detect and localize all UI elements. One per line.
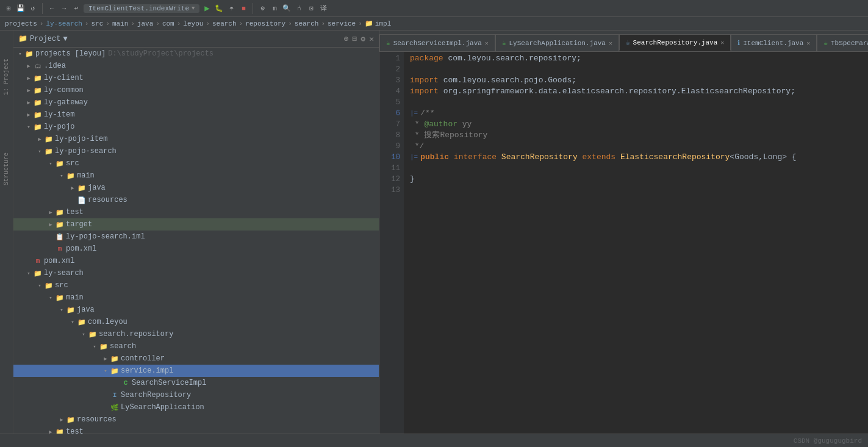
breadcrumb-src[interactable]: src (91, 20, 103, 27)
forward-icon[interactable]: → (59, 4, 69, 13)
panel-dropdown[interactable]: ▼ (63, 35, 67, 43)
ly-pojo-item-icon: 📁 (44, 134, 54, 144)
maven-icon[interactable]: m (270, 4, 279, 13)
code-editor[interactable]: package com.leyou.search.repository; imp… (404, 52, 868, 434)
tree-ly-pojo-item[interactable]: ▶ 📁 ly-pojo-item (13, 133, 379, 145)
tree-test2[interactable]: ▶ 📁 test (13, 426, 379, 434)
tree-ly-pojo[interactable]: ▾ 📁 ly-pojo (13, 121, 379, 133)
run-config-dropdown[interactable]: ▼ (192, 5, 195, 12)
tree-src1[interactable]: ▾ 📁 src (13, 157, 379, 170)
tab-close-sr[interactable]: ✕ (720, 39, 724, 46)
run-config[interactable]: ItemClientTest.indexWrite ▼ (84, 4, 199, 13)
tree-java1[interactable]: ▶ 📁 java (13, 182, 379, 194)
tree-search2[interactable]: ▾ 📁 search (13, 340, 379, 352)
tree-target1[interactable]: ▶ 📁 target (13, 218, 379, 231)
tree-ly-search-app[interactable]: 🌿 LySearchApplication (13, 401, 379, 413)
tree-ly-search[interactable]: ▾ 📁 ly-search (13, 267, 379, 279)
ln-5: 5 (379, 97, 400, 108)
tree-ly-client[interactable]: ▶ 📁 ly-client (13, 72, 379, 84)
tree-pojo-search-iml[interactable]: 📋 ly-pojo-search.iml (13, 231, 379, 243)
tab-ly-search-app[interactable]: ☕ LySearchApplication.java ✕ (495, 34, 619, 51)
tab-search-service-impl[interactable]: ☕ SearchServiceImpl.java ✕ (379, 34, 495, 51)
coverage-button[interactable]: ☂ (226, 4, 236, 13)
run-button[interactable]: ▶ (202, 4, 212, 13)
editor-main: ☕ SearchServiceImpl.java ✕ ☕ LySearchApp… (379, 30, 868, 434)
tree-main1[interactable]: ▾ 📁 main (13, 170, 379, 182)
tree-resources2[interactable]: ▶ 📁 resources (13, 413, 379, 426)
ln-10: 10 (379, 152, 400, 163)
tree-search-service-impl[interactable]: C SearchServiceImpl (13, 377, 379, 389)
build-icon[interactable]: ⚙ (257, 4, 267, 13)
line-numbers: 1 2 3 4 5 6 7 8 9 10 11 12 13 (379, 52, 404, 434)
tree-main2[interactable]: ▾ 📁 main (13, 291, 379, 304)
breadcrumb-service[interactable]: service (328, 20, 356, 27)
tree-ly-gateway[interactable]: ▶ 📁 ly-gateway (13, 96, 379, 109)
debug-button[interactable]: 🐛 (214, 4, 224, 13)
ly-pojo-arrow: ▾ (24, 123, 33, 131)
breadcrumb-search2[interactable]: search (295, 20, 319, 27)
tree-resources1[interactable]: 📄 resources (13, 194, 379, 206)
locate-icon[interactable]: ⊕ (344, 34, 349, 44)
tree-test1[interactable]: ▶ 📁 test (13, 206, 379, 218)
terminal-icon[interactable]: ⊡ (306, 4, 316, 13)
vcs-icon[interactable]: ⑃ (294, 4, 304, 13)
tree-service-impl[interactable]: ▾ 📁 service.impl (13, 365, 379, 377)
tab-close-ic[interactable]: ✕ (806, 40, 810, 47)
tab-item-client[interactable]: ℹ ItemClient.java ✕ (731, 34, 817, 51)
tab-close-lsa[interactable]: ✕ (609, 40, 612, 47)
breadcrumb-ly-search[interactable]: ly-search (46, 20, 82, 27)
ly-pojo-icon: 📁 (33, 122, 43, 132)
search-icon[interactable]: 🔍 (282, 4, 292, 13)
tree-root[interactable]: ▾ 📁 projects [leyou] D:\studyProject\pro… (13, 48, 379, 60)
tree-controller[interactable]: ▶ 📁 controller (13, 352, 379, 365)
file-tree[interactable]: ▾ 📁 projects [leyou] D:\studyProject\pro… (13, 48, 379, 434)
tab-close-ssi[interactable]: ✕ (485, 40, 489, 47)
tab-icon-ssi: ☕ (386, 39, 390, 47)
tree-pom1[interactable]: m pom.xml (13, 243, 379, 255)
back-icon[interactable]: ← (47, 4, 57, 13)
resources1-label: resources (88, 196, 127, 204)
tree-pom-root[interactable]: m pom.xml (13, 255, 379, 267)
tree-java2[interactable]: ▾ 📁 java (13, 304, 379, 316)
save-icon[interactable]: 💾 (16, 4, 26, 13)
ly-pojo-search-arrow: ▾ (35, 147, 44, 156)
collapse-icon[interactable]: ⊟ (353, 34, 357, 44)
tree-src2[interactable]: ▾ 📁 src (13, 279, 379, 291)
close-panel-icon[interactable]: ✕ (369, 34, 374, 44)
tree-ly-pojo-search[interactable]: ▾ 📁 ly-pojo-search (13, 145, 379, 157)
panel-header: 📁 Project ▼ ⊕ ⊟ ⚙ ✕ (13, 30, 379, 48)
stop-button[interactable]: ■ (239, 4, 248, 13)
tab-tbspec[interactable]: ☕ TbSpecParamCon... ✕ (817, 34, 868, 51)
ly-common-icon: 📁 (33, 85, 43, 95)
code-line-8: * 搜索Repository (410, 130, 868, 141)
main2-label: main (66, 293, 84, 302)
tree-search-repository-class[interactable]: I SearchRepository (13, 389, 379, 401)
tree-ly-common[interactable]: ▶ 📁 ly-common (13, 84, 379, 96)
test2-arrow: ▶ (46, 427, 55, 434)
breadcrumb-java[interactable]: java (137, 20, 153, 27)
tree-search-repository[interactable]: ▾ 📁 search.repository (13, 328, 379, 340)
translate-icon[interactable]: 译 (318, 4, 328, 13)
project-tab[interactable]: 1: Project (2, 55, 11, 99)
ly-common-arrow: ▶ (24, 86, 33, 95)
settings-icon[interactable]: ⚙ (360, 34, 365, 44)
breadcrumb-impl[interactable]: 📁 impl (365, 20, 391, 27)
breadcrumb-com[interactable]: com (162, 20, 174, 27)
undo-icon[interactable]: ↩ (71, 4, 81, 13)
test1-arrow: ▶ (46, 208, 55, 216)
breadcrumb-repository[interactable]: repository (245, 20, 285, 27)
breadcrumb-leyou[interactable]: leyou (183, 20, 203, 27)
refresh-icon[interactable]: ↺ (28, 4, 38, 13)
tree-idea[interactable]: ▶ 🗂 .idea (13, 60, 379, 72)
breadcrumb-projects[interactable]: projects (5, 20, 37, 27)
breadcrumb-main[interactable]: main (112, 20, 128, 27)
src2-label: src (55, 281, 68, 290)
res2-icon: 📁 (66, 415, 76, 424)
tab-search-repository[interactable]: ☕ SearchRepository.java ✕ (619, 34, 731, 51)
breadcrumb-search[interactable]: search (212, 20, 237, 27)
structure-tab[interactable]: Structure (2, 149, 11, 189)
tree-ly-item[interactable]: ▶ 📁 ly-item (13, 109, 379, 121)
comleyou-label: com.leyou (88, 318, 127, 326)
panel-actions: ⊕ ⊟ ⚙ ✕ (344, 34, 374, 44)
tree-comleyou[interactable]: ▾ 📁 com.leyou (13, 316, 379, 328)
